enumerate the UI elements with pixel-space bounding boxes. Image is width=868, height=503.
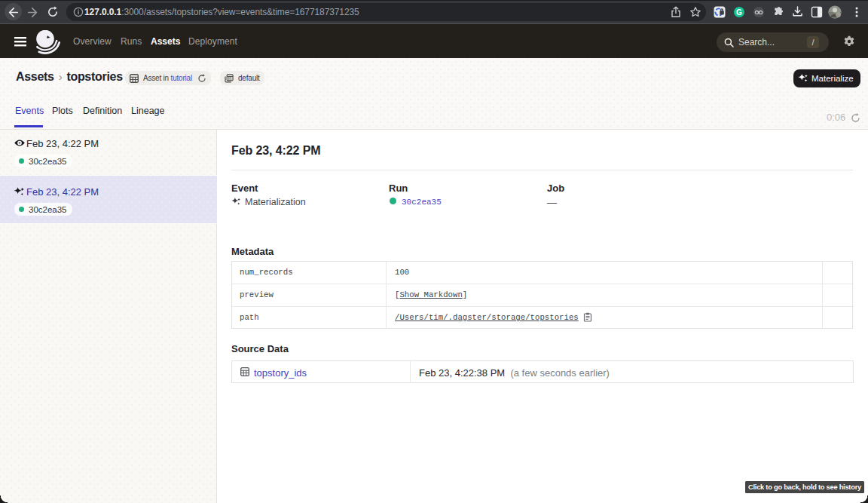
svg-text:G: G [736, 8, 742, 17]
